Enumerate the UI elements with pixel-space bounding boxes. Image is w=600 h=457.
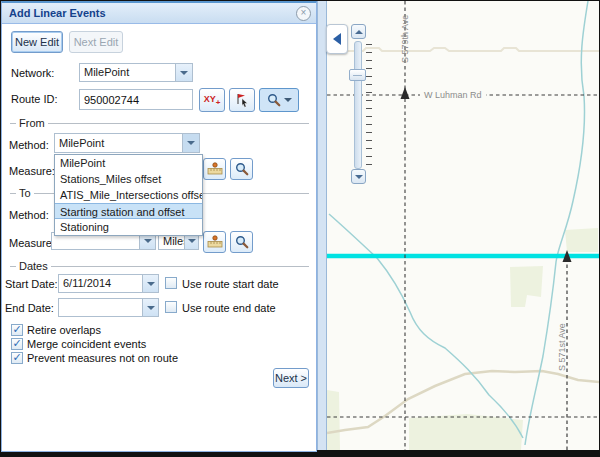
to-legend: To [16,187,34,199]
end-date-label: End Date: [5,302,54,314]
magnifier-icon [267,93,281,107]
from-method-label: Method: [9,139,49,151]
dates-legend: Dates [16,260,51,272]
dropdown-option-milepoint[interactable]: MilePoint [55,155,202,171]
merge-coincident-events-label: Merge coincident events [27,338,146,350]
from-measure-search-button[interactable] [230,158,253,180]
map-vegetation-patch [565,228,598,252]
ruler-marker-icon [207,162,223,176]
method-dropdown-list: MilePoint Stations_Miles offset ATIS_Mil… [54,154,203,236]
flag-cursor-icon [234,92,250,108]
map-label-s571st-ave: S 571st Ave [557,323,567,371]
chevron-down-icon [284,98,292,102]
start-date-label: Start Date: [5,278,58,290]
xy-coordinates-button[interactable]: XY+ [199,88,225,112]
next-button[interactable]: Next > [273,368,309,388]
map-vegetation-patch [510,266,543,307]
route-id-label: Route ID: [11,93,57,105]
chevron-left-icon [333,33,341,45]
new-edit-button[interactable]: New Edit [11,31,63,53]
close-icon[interactable]: × [296,6,311,21]
from-method-combo[interactable]: MilePoint [54,133,200,153]
map-vegetation-patch [409,414,523,450]
use-route-end-date-checkbox[interactable] [165,301,177,313]
merge-coincident-events-checkbox[interactable]: ✓ [11,338,23,350]
select-route-on-map-button[interactable] [229,88,255,112]
check-icon: ✓ [12,351,21,363]
map-stream [525,1,588,445]
collapse-panel-button[interactable] [326,24,348,54]
retire-overlaps-checkbox[interactable]: ✓ [11,324,23,336]
panel-titlebar: Add Linear Events × [2,3,316,24]
from-method-value: MilePoint [59,134,182,152]
magnifier-icon [235,235,249,249]
start-date-dropdown-trigger-icon[interactable] [142,275,158,292]
check-icon: ✓ [12,323,21,335]
prevent-measures-label: Prevent measures not on route [27,352,178,364]
map-vegetation-patch [327,390,340,450]
dropdown-option-stationing[interactable]: Stationing [55,219,202,235]
map-label-s579th-ave: S 579th Ave [400,15,410,63]
arrow-up-icon [355,30,363,34]
from-legend: From [16,117,48,129]
map-arrow-icon [401,87,410,99]
from-method-dropdown-trigger-icon[interactable] [182,134,199,152]
map-stream [329,214,523,438]
zoom-slider-track[interactable] [354,41,362,169]
start-date-combo[interactable]: 6/11/2014 [58,274,159,293]
xy-icon: XY+ [204,92,221,107]
use-route-start-date-label: Use route start date [182,278,279,290]
ruler-marker-icon [207,235,223,249]
panel-map-splitter[interactable] [317,1,327,450]
end-date-combo[interactable] [58,298,159,317]
start-date-value: 6/11/2014 [63,275,141,292]
route-search-dropdown-button[interactable] [259,88,299,112]
next-edit-button[interactable]: Next Edit [69,31,123,53]
to-measure-label: Measure: [9,237,55,249]
end-date-dropdown-trigger-icon[interactable] [142,299,158,316]
zoom-out-button[interactable] [351,169,366,184]
map-contour-line [341,48,599,51]
to-measure-on-map-button[interactable] [203,231,226,253]
to-method-label: Method: [9,209,49,221]
add-linear-events-panel: Add Linear Events × New Edit Next Edit N… [1,1,317,452]
magnifier-icon [235,162,249,176]
dropdown-option-atis-mile-intersections-offset[interactable]: ATIS_Mile_Intersections offset [55,187,202,203]
use-route-start-date-checkbox[interactable] [165,277,177,289]
map-label-luhman-rd: W Luhman Rd [424,90,482,100]
panel-title: Add Linear Events [9,3,106,23]
dropdown-option-stations-miles-offset[interactable]: Stations_Miles offset [55,171,202,187]
dropdown-option-starting-station-and-offset[interactable]: Starting station and offset [55,203,202,219]
network-combo[interactable]: MilePoint [79,63,193,82]
network-dropdown-trigger-icon[interactable] [175,64,192,81]
from-measure-label: Measure: [9,165,55,177]
zoom-slider-thumb[interactable] [349,69,366,81]
prevent-measures-checkbox[interactable]: ✓ [11,352,23,364]
retire-overlaps-label: Retire overlaps [27,324,101,336]
zoom-slider-ticks [366,44,372,166]
arrow-down-icon [355,175,363,179]
from-fieldset-line [10,123,309,124]
network-label: Network: [11,67,54,79]
to-measure-search-button[interactable] [230,231,253,253]
from-measure-on-map-button[interactable] [203,158,226,180]
check-icon: ✓ [12,337,21,349]
app-window: Add Linear Events × New Edit Next Edit N… [0,0,600,457]
dates-fieldset-line [10,266,309,267]
use-route-end-date-label: Use route end date [182,302,276,314]
network-value: MilePoint [84,64,175,81]
zoom-in-button[interactable] [351,24,366,39]
end-date-value [63,299,141,316]
route-id-input[interactable] [79,89,193,110]
